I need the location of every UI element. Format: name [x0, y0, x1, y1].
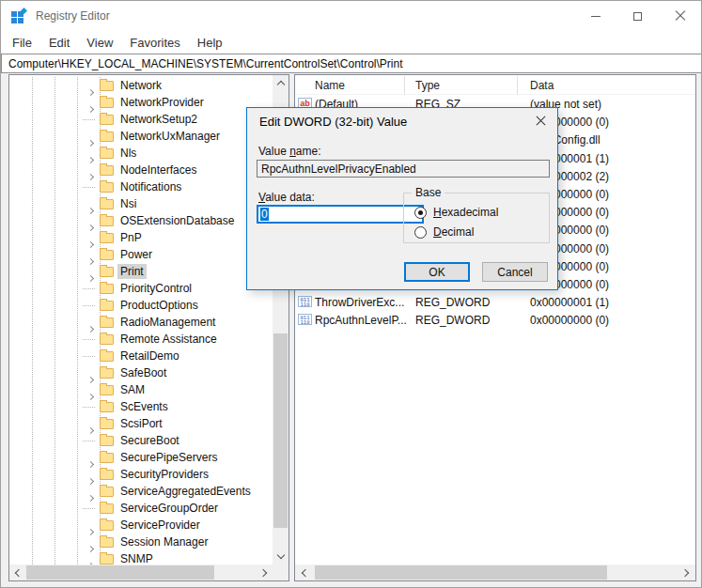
radio-icon — [414, 226, 427, 239]
tree-stub — [83, 119, 95, 120]
tree-item[interactable]: ScsiPort — [9, 415, 273, 432]
close-button[interactable] — [659, 1, 701, 31]
cell-type: REG_DWORD — [415, 314, 490, 327]
edit-dword-dialog: Edit DWORD (32-bit) Value Value name: Rp… — [246, 107, 558, 290]
tree-item-label: ScsiPort — [117, 416, 165, 431]
column-header-data[interactable]: Data — [530, 79, 554, 92]
tree-item[interactable]: Network — [9, 77, 273, 94]
tree-item[interactable]: SecurityProviders — [9, 466, 273, 483]
folder-icon — [100, 436, 114, 446]
value-data-input[interactable]: 0 — [257, 205, 424, 224]
minimize-button[interactable] — [574, 1, 616, 31]
tree-item[interactable]: Session Manager — [9, 534, 273, 550]
folder-icon — [100, 334, 114, 345]
tree-item[interactable]: Power — [9, 246, 273, 263]
tree-item[interactable]: ProductOptions — [9, 297, 273, 314]
expander — [86, 386, 98, 395]
tree-item[interactable]: ServiceAggregatedEvents — [9, 483, 273, 500]
radio-decimal[interactable]: Decimal — [414, 225, 474, 239]
tree-item[interactable]: ScEvents — [9, 398, 273, 415]
dialog-close-button[interactable] — [525, 109, 555, 132]
chevron-down-icon — [276, 551, 284, 559]
column-header-name[interactable]: Name — [315, 79, 345, 92]
tree-item-label: Print — [117, 264, 147, 279]
scroll-right-button[interactable] — [679, 565, 694, 580]
horizontal-scrollbar-thumb[interactable] — [26, 565, 214, 580]
menu-item-view[interactable]: View — [78, 36, 121, 50]
expander — [86, 234, 98, 243]
expander — [86, 318, 98, 328]
expander — [86, 538, 98, 548]
tree-horizontal-scrollbar[interactable] — [9, 565, 273, 580]
expander — [86, 487, 98, 497]
horizontal-scrollbar-thumb[interactable] — [315, 565, 607, 580]
tree-item[interactable]: RadioManagement — [9, 314, 273, 331]
tree-item[interactable]: PnP — [9, 229, 273, 246]
column-separator[interactable] — [404, 76, 405, 95]
tree-item[interactable]: PriorityControl — [9, 280, 273, 297]
value-name-field[interactable]: RpcAuthnLevelPrivacyEnabled — [257, 160, 550, 178]
chevron-left-icon — [15, 568, 23, 576]
folder-icon — [100, 98, 114, 108]
folder-icon — [100, 165, 114, 176]
list-horizontal-scrollbar[interactable] — [295, 565, 695, 580]
menu-bar: FileEditViewFavoritesHelp — [1, 31, 701, 54]
tree-item-label: NetworkProvider — [117, 95, 207, 110]
list-row[interactable]: 011110 RpcAuthnLevelP... REG_DWORD 0x000… — [295, 311, 695, 329]
tree-item[interactable]: NetworkProvider — [9, 94, 273, 111]
address-bar[interactable]: Computer\HKEY_LOCAL_MACHINE\SYSTEM\Curre… — [1, 54, 702, 73]
menu-item-edit[interactable]: Edit — [40, 36, 78, 50]
tree-item[interactable]: NetworkSetup2 — [9, 111, 273, 128]
folder-icon — [100, 132, 114, 142]
tree-item[interactable]: OSExtensionDatabase — [9, 212, 273, 229]
menu-item-file[interactable]: File — [4, 36, 40, 50]
list-row[interactable]: 011110 ThrowDriverExc... REG_DWORD 0x000… — [295, 293, 695, 311]
tree-item-label: ProductOptions — [117, 298, 201, 313]
tree-item[interactable]: Nsi — [9, 195, 273, 212]
tree-stub — [83, 441, 95, 441]
cancel-button[interactable]: Cancel — [482, 262, 548, 282]
tree-item-label: RadioManagement — [117, 315, 218, 330]
tree-item[interactable]: SecureBoot — [9, 432, 273, 449]
maximize-button[interactable] — [616, 1, 659, 31]
tree-stub — [83, 407, 95, 408]
tree-item-label: SafeBoot — [117, 365, 169, 380]
tree-item[interactable]: Print — [9, 263, 273, 280]
folder-icon — [100, 402, 114, 412]
scroll-left-button[interactable] — [296, 565, 312, 580]
vertical-scrollbar-thumb[interactable] — [273, 333, 288, 528]
scroll-down-button[interactable] — [273, 549, 289, 565]
cell-name: RpcAuthnLevelP... — [315, 314, 407, 327]
tree-item[interactable]: NodeInterfaces — [9, 162, 273, 178]
column-header-type[interactable]: Type — [415, 79, 440, 92]
folder-icon — [100, 199, 114, 209]
tree-item[interactable]: NetworkUxManager — [9, 128, 273, 145]
tree-item-label: ServiceAggregatedEvents — [117, 484, 254, 499]
tree-item[interactable]: SNMP — [9, 550, 273, 565]
ok-button[interactable]: OK — [404, 262, 470, 282]
radio-hexadecimal[interactable]: Hexadecimal — [414, 206, 498, 219]
tree-item-label: SecureBoot — [117, 433, 182, 448]
dialog-title: Edit DWORD (32-bit) Value — [259, 115, 407, 129]
tree-item[interactable]: SafeBoot — [9, 364, 273, 381]
menu-item-favorites[interactable]: Favorites — [121, 36, 188, 50]
tree-item[interactable]: ServiceProvider — [9, 517, 273, 534]
tree-item[interactable]: ServiceGroupOrder — [9, 500, 273, 517]
tree-item[interactable]: RetailDemo — [9, 348, 273, 364]
expander — [86, 251, 98, 260]
scroll-left-button[interactable] — [9, 565, 25, 580]
tree-item[interactable]: SecurePipeServers — [9, 449, 273, 466]
radio-hexadecimal-label: Hexadecimal — [433, 206, 498, 219]
tree-item[interactable]: SAM — [9, 381, 273, 398]
scroll-right-button[interactable] — [257, 565, 273, 580]
tree-item-label: ServiceGroupOrder — [117, 501, 221, 516]
tree-item[interactable]: Remote Assistance — [9, 331, 273, 348]
tree-item[interactable]: Nls — [9, 145, 273, 162]
column-separator[interactable] — [517, 76, 518, 95]
folder-icon — [100, 385, 114, 395]
menu-item-help[interactable]: Help — [189, 36, 231, 50]
scroll-up-button[interactable] — [273, 75, 289, 91]
tree-item[interactable]: Notifications — [9, 178, 273, 195]
folder-icon — [100, 301, 114, 311]
folder-icon — [100, 148, 114, 159]
